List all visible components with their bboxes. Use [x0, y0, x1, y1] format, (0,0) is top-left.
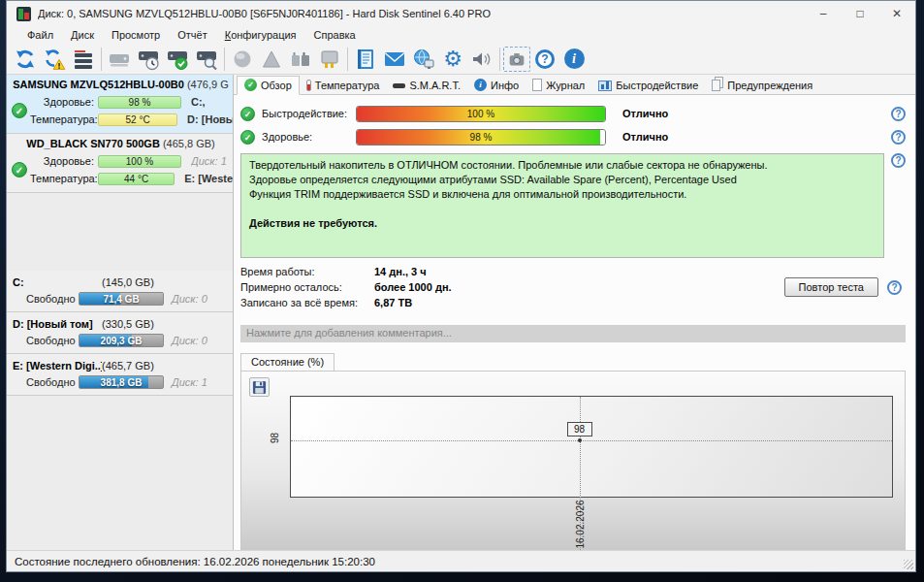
- info-circle-icon: i: [474, 79, 487, 91]
- toolbar-settings-button[interactable]: ⚙: [438, 45, 467, 74]
- menu-help[interactable]: Справка: [305, 29, 365, 41]
- partition-disk-number: Диск: 0: [172, 335, 207, 346]
- tab-performance[interactable]: Быстродействие: [591, 78, 705, 94]
- minimize-button[interactable]: –: [805, 1, 842, 26]
- x-axis-tick: 16.02.2026: [574, 494, 585, 551]
- help-icon[interactable]: ?: [891, 107, 906, 121]
- disk-volumes: C:,: [191, 96, 206, 108]
- document-icon: [532, 79, 542, 91]
- comment-input[interactable]: Нажмите для добавления комментария...: [240, 325, 906, 342]
- toolbar-mail-button[interactable]: [380, 45, 409, 74]
- toolbar-disk-overview-button[interactable]: [105, 45, 134, 74]
- main-panel: ✓Обзор Температура S.M.A.R.T. iИнфо Журн…: [234, 75, 915, 550]
- toolbar-hardware-button[interactable]: [315, 45, 344, 74]
- menu-report[interactable]: Отчёт: [169, 29, 215, 41]
- stat-row: Записано за всё время: 6,87 TB: [240, 297, 906, 312]
- close-button[interactable]: ✕: [878, 1, 915, 26]
- health-row: ✓ Здоровье: 98 % Отлично ?: [240, 125, 915, 148]
- toolbar-help-button[interactable]: ?: [530, 45, 559, 74]
- performance-status: Отлично: [622, 108, 668, 119]
- window-controls: – □ ✕: [805, 1, 915, 26]
- free-space-bar: 209,3 GB: [79, 334, 164, 347]
- chart-section: Состояние (%) 98 98 16.02.2026: [240, 351, 906, 550]
- health-description-box: Твердотельный накопитель в ОТЛИЧНОМ сост…: [240, 153, 884, 258]
- toolbar-disk-clock-button[interactable]: [134, 45, 163, 74]
- health-value: 98 %: [357, 130, 605, 145]
- screenshot-camera-icon: [506, 48, 527, 70]
- toolbar-devices-button[interactable]: [286, 45, 315, 74]
- maximize-button[interactable]: □: [842, 1, 878, 26]
- health-bar: 98 %: [356, 129, 606, 146]
- help-icon[interactable]: ?: [887, 280, 902, 295]
- stat-label: Время работы:: [240, 266, 374, 281]
- tab-alerts[interactable]: Предупреждения: [705, 78, 819, 94]
- grid-hline: [291, 440, 892, 441]
- partition-size: (330,5 GB): [102, 318, 154, 330]
- toolbar-sound-button[interactable]: [467, 45, 496, 74]
- pages-icon: [712, 80, 720, 91]
- disk-list-item-samsung[interactable]: SAMSUNG MZVLQ512HBLU-00B0 (476,9 G ✓ Здо…: [7, 75, 233, 134]
- tab-log[interactable]: Журнал: [526, 77, 591, 94]
- menu-configuration[interactable]: Конфигурация: [216, 29, 305, 41]
- stat-label: Примерно осталось:: [240, 281, 374, 297]
- partition-list-item-d[interactable]: D: [Новый том] (330,5 GB) Свободно 209,3…: [7, 312, 233, 354]
- tab-smart[interactable]: S.M.A.R.T.: [386, 78, 467, 94]
- partition-label: E: [Western Digi..]: [13, 360, 102, 372]
- network-icon: [412, 48, 435, 71]
- temperature-label: Температура:: [30, 173, 98, 184]
- hardware-icon: [318, 48, 341, 71]
- partition-list-item-c[interactable]: C: (145,0 GB) Свободно 71,4 GB Диск: 0: [7, 271, 233, 312]
- toolbar-surface-button[interactable]: [228, 45, 257, 74]
- ok-status-icon: ✓: [240, 130, 255, 145]
- help-icon: ?: [535, 49, 555, 69]
- menu-bar: Файл Диск Просмотр Отчёт Конфигурация Сп…: [7, 26, 915, 44]
- toolbar-disk-search-button[interactable]: [192, 45, 221, 74]
- data-point: [578, 438, 582, 442]
- disk-status-ok-icon: ✓: [12, 162, 27, 178]
- disk-size: (465,8 GB): [163, 138, 215, 149]
- health-label: Здоровье:: [30, 155, 98, 167]
- tab-temperature[interactable]: Температура: [300, 78, 387, 94]
- help-icon[interactable]: ?: [891, 130, 906, 145]
- health-label: Здоровье:: [262, 131, 356, 143]
- description-section: Твердотельный накопитель в ОТЛИЧНОМ сост…: [240, 153, 906, 258]
- resize-grip[interactable]: [904, 560, 913, 569]
- temperature-bar: 52 °C: [98, 113, 177, 126]
- tab-overview[interactable]: ✓Обзор: [237, 76, 300, 95]
- disk-list-item-wd[interactable]: WD_BLACK SN770 500GB (465,8 GB) ✓ Здоров…: [7, 134, 233, 193]
- health-bar: 98 %: [98, 96, 181, 109]
- title-bar[interactable]: Диск: 0, SAMSUNG MZVLQ512HBLU-00B0 [S6F5…: [7, 1, 915, 26]
- help-icon[interactable]: ?: [891, 153, 906, 168]
- free-label: Свободно: [26, 293, 79, 305]
- tab-info[interactable]: iИнфо: [467, 77, 526, 94]
- toolbar-report-button[interactable]: [351, 45, 380, 74]
- toolbar-disk-menu-button[interactable]: [69, 45, 98, 74]
- partition-list-item-e[interactable]: E: [Western Digi..] (465,7 GB) Свободно …: [7, 354, 233, 396]
- toolbar-refresh-warning-button[interactable]: [40, 45, 69, 74]
- info-icon: i: [564, 48, 585, 69]
- toolbar-screenshot-button[interactable]: [503, 47, 530, 72]
- menu-disk[interactable]: Диск: [62, 29, 103, 41]
- toolbar-network-button[interactable]: [409, 45, 438, 74]
- devices-icon: [289, 48, 312, 71]
- toolbar-disk-accept-button[interactable]: [163, 45, 192, 74]
- chart-tab-state[interactable]: Состояние (%): [240, 353, 335, 372]
- settings-gear-icon: ⚙: [443, 48, 462, 70]
- chart-panel: 98 98 16.02.2026: [240, 371, 906, 550]
- surface-sphere-icon: [231, 48, 254, 71]
- toolbar-pyramid-button[interactable]: [257, 45, 286, 74]
- disk-dash-icon: [393, 83, 405, 88]
- free-label: Свободно: [26, 335, 79, 346]
- performance-value: 100 %: [357, 107, 605, 121]
- toolbar-info-button[interactable]: i: [559, 45, 589, 74]
- partition-label: D: [Новый том]: [13, 318, 102, 330]
- stat-value: 6,87 TB: [374, 297, 412, 312]
- window-title: Диск: 0, SAMSUNG MZVLQ512HBLU-00B0 [S6F5…: [38, 8, 797, 19]
- tab-strip: ✓Обзор Температура S.M.A.R.T. iИнфо Журн…: [234, 75, 915, 95]
- retest-button[interactable]: Повтор теста: [784, 277, 878, 297]
- menu-view[interactable]: Просмотр: [103, 29, 169, 41]
- toolbar-refresh-button[interactable]: [11, 45, 40, 74]
- performance-bar: 100 %: [356, 106, 606, 122]
- menu-file[interactable]: Файл: [18, 29, 62, 41]
- save-chart-button[interactable]: [249, 377, 270, 397]
